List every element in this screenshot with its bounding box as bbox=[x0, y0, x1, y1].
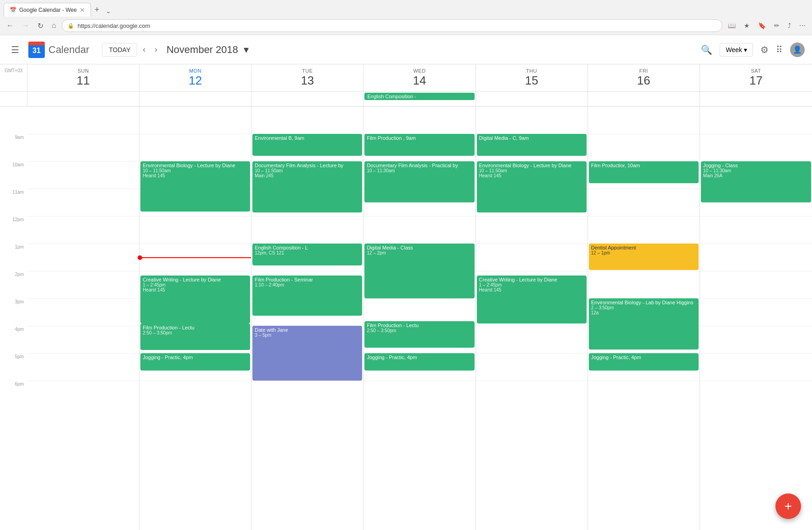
allday-wed[interactable]: English Composition - bbox=[363, 92, 475, 106]
event-tue-film-seminar[interactable]: Film Production - Seminar 1:10 – 2:40pm bbox=[252, 276, 362, 316]
time-label-3pm: 3pm bbox=[0, 298, 27, 326]
day-number-tue: 13 bbox=[253, 74, 361, 88]
more-button[interactable]: ⋯ bbox=[796, 20, 808, 31]
prev-button[interactable]: ‹ bbox=[139, 42, 149, 57]
event-tue-english-comp[interactable]: English Composition - L 12pm, CS 121 bbox=[252, 244, 362, 265]
calendar-container: GMT+03 SUN 11 MON 12 TUE 13 WED 14 THU 1… bbox=[0, 64, 812, 530]
forward-button[interactable]: → bbox=[19, 20, 32, 32]
day-col-thu: Digital Media - C, 9am Environmental Bio… bbox=[476, 106, 588, 530]
days-header: GMT+03 SUN 11 MON 12 TUE 13 WED 14 THU 1… bbox=[0, 64, 812, 92]
event-mon-creative-writing[interactable]: Creative Writing - Lecture by Diane 1 – … bbox=[140, 276, 250, 323]
event-mon-jogging[interactable]: Jogging - Practic, 4pm bbox=[140, 353, 250, 371]
allday-mon bbox=[139, 92, 251, 106]
event-thu-creative-writing[interactable]: Creative Writing - Lecture by Diane 1 – … bbox=[477, 276, 587, 323]
day-header-mon[interactable]: MON 12 bbox=[139, 64, 251, 91]
event-tue-date-jane[interactable]: Date with Jane 3 – 5pm bbox=[252, 326, 362, 381]
tab-favicon: 📅 bbox=[10, 7, 16, 13]
event-fri-dentist[interactable]: Dentist Appointment 12 – 1pm bbox=[589, 244, 699, 270]
day-number-mon: 12 bbox=[141, 74, 249, 88]
url-text: https://calendar.google.com bbox=[78, 22, 150, 29]
time-label-9am: 9am bbox=[0, 134, 27, 161]
day-col-sun bbox=[27, 106, 139, 530]
allday-sun bbox=[27, 92, 139, 106]
day-header-tue[interactable]: TUE 13 bbox=[251, 64, 363, 91]
event-fri-film-prod[interactable]: Film Productior, 10am bbox=[589, 161, 699, 183]
day-col-wed: Film Production , 9am Documentary Film A… bbox=[363, 106, 475, 530]
logo-icon: 31 bbox=[28, 42, 45, 58]
apps-icon[interactable]: ⠿ bbox=[776, 44, 783, 55]
reader-view-button[interactable]: 📖 bbox=[725, 20, 738, 31]
day-col-fri: Film Productior, 10am Dentist Appointmen… bbox=[588, 106, 700, 530]
event-wed-film-prod[interactable]: Film Production , 9am bbox=[364, 134, 474, 156]
event-wed-film-lect[interactable]: Film Production - Lectu 2:50 – 3:50pm bbox=[364, 321, 474, 348]
logo-number: 31 bbox=[32, 47, 41, 55]
today-button[interactable]: TODAY bbox=[102, 43, 137, 57]
lock-icon: 🔒 bbox=[68, 23, 74, 29]
event-thu-digital-media[interactable]: Digital Media - C, 9am bbox=[477, 134, 587, 156]
share-button[interactable]: ⤴ bbox=[785, 20, 794, 31]
event-wed-jogging[interactable]: Jogging - Practic, 4pm bbox=[364, 353, 474, 371]
event-fri-enviro-bio-lab[interactable]: Environmental Biology - Lab by Diane Hig… bbox=[589, 298, 699, 350]
event-mon-film-prod-lect[interactable]: Film Production - Lectu 2:50 – 3:50pm bbox=[140, 323, 250, 350]
bookmark-button[interactable]: ★ bbox=[741, 20, 753, 31]
avatar[interactable]: 👤 bbox=[790, 42, 805, 57]
day-header-fri[interactable]: FRI 16 bbox=[588, 64, 700, 91]
day-header-sat[interactable]: SAT 17 bbox=[700, 64, 812, 91]
new-tab-button[interactable]: + bbox=[92, 3, 102, 16]
create-event-fab[interactable]: + bbox=[775, 493, 801, 519]
time-label-empty bbox=[0, 106, 27, 134]
tab-title: Google Calendar - Wee bbox=[19, 7, 77, 13]
day-name-sat: SAT bbox=[702, 68, 810, 74]
day-col-mon: Environmental Biology - Lecture by Diane… bbox=[139, 106, 251, 530]
event-mon-enviro-bio[interactable]: Environmental Biology - Lecture by Diane… bbox=[140, 161, 250, 212]
address-bar[interactable]: 🔒 https://calendar.google.com bbox=[62, 19, 722, 32]
allday-fri bbox=[588, 92, 700, 106]
month-title: November 2018 bbox=[166, 44, 238, 56]
time-label-2pm: 2pm bbox=[0, 271, 27, 298]
fab-plus-icon: + bbox=[785, 499, 792, 514]
menu-icon[interactable]: ☰ bbox=[7, 41, 23, 59]
allday-row: English Composition - bbox=[0, 92, 812, 106]
event-thu-enviro-bio[interactable]: Environmental Biology - Lecture by Diane… bbox=[477, 161, 587, 212]
allday-english-composition[interactable]: English Composition - bbox=[364, 93, 474, 100]
time-label-6pm: 6pm bbox=[0, 381, 27, 408]
back-button[interactable]: ← bbox=[4, 20, 16, 32]
view-label: Week bbox=[726, 46, 742, 53]
calendar-logo: 31 Calendar bbox=[28, 42, 89, 58]
day-number-thu: 15 bbox=[478, 74, 586, 88]
header-left: ☰ 31 Calendar bbox=[7, 41, 89, 59]
event-wed-digital-media[interactable]: Digital Media - Class 12 – 2pm bbox=[364, 244, 474, 298]
day-col-sat: Jogging - Class 10 – 11:30am Main 26A bbox=[700, 106, 812, 530]
tab-list-button[interactable]: ⌄ bbox=[103, 5, 114, 16]
allday-tue bbox=[251, 92, 363, 106]
month-dropdown[interactable]: ▾ bbox=[244, 44, 249, 56]
event-tue-enviro-b[interactable]: Environmental B, 9am bbox=[252, 134, 362, 156]
view-selector[interactable]: Week ▾ bbox=[720, 43, 753, 57]
search-icon[interactable]: 🔍 bbox=[701, 44, 712, 55]
time-label-5pm: 5pm bbox=[0, 353, 27, 381]
event-wed-documentary[interactable]: Documentary Film Analysis - Practical by… bbox=[364, 161, 474, 202]
tab-close-icon[interactable]: ✕ bbox=[80, 6, 85, 14]
day-name-sun: SUN bbox=[29, 68, 137, 74]
event-tue-documentary[interactable]: Documentary Film Analysis - Lecture by 1… bbox=[252, 161, 362, 212]
pen-button[interactable]: ✏ bbox=[771, 20, 782, 31]
time-label-10am: 10am bbox=[0, 161, 27, 189]
event-sat-jogging[interactable]: Jogging - Class 10 – 11:30am Main 26A bbox=[701, 161, 811, 202]
bookmarks-button[interactable]: 🔖 bbox=[755, 20, 769, 31]
allday-thu bbox=[476, 92, 588, 106]
day-header-wed[interactable]: WED 14 bbox=[363, 64, 475, 91]
active-tab[interactable]: 📅 Google Calendar - Wee ✕ bbox=[4, 3, 91, 16]
event-fri-jogging[interactable]: Jogging - Practic, 4pm bbox=[589, 353, 699, 371]
refresh-button[interactable]: ↻ bbox=[35, 20, 46, 32]
day-number-wed: 14 bbox=[365, 74, 473, 88]
view-dropdown-icon: ▾ bbox=[744, 46, 747, 53]
allday-sat bbox=[700, 92, 812, 106]
day-header-sun[interactable]: SUN 11 bbox=[27, 64, 139, 91]
day-header-thu[interactable]: THU 15 bbox=[476, 64, 588, 91]
time-label-4pm: 4pm bbox=[0, 326, 27, 353]
next-button[interactable]: › bbox=[151, 42, 161, 57]
day-col-tue: Environmental B, 9am Documentary Film An… bbox=[251, 106, 363, 530]
home-button[interactable]: ⌂ bbox=[49, 20, 59, 32]
time-label-12pm: 12pm bbox=[0, 216, 27, 244]
settings-icon[interactable]: ⚙ bbox=[760, 44, 769, 55]
